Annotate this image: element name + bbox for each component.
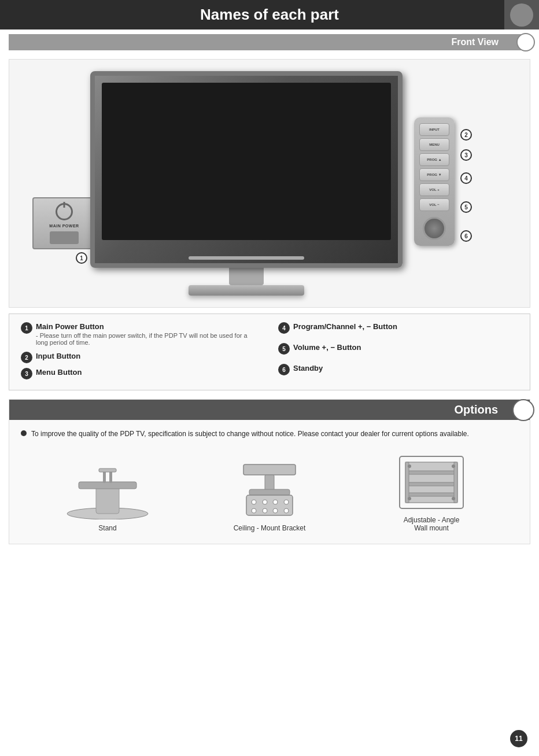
options-badge <box>512 399 534 421</box>
svg-point-12 <box>273 500 278 504</box>
tv-bottom-bar <box>189 256 304 260</box>
svg-point-10 <box>252 500 256 504</box>
num-circle-4: 4 <box>278 322 290 334</box>
info-box: 1 Main Power Button - Please turn off th… <box>9 314 530 390</box>
svg-point-16 <box>273 508 278 513</box>
info-text-1: Main Power Button - Please turn off the … <box>36 322 261 346</box>
ceiling-image <box>232 462 307 519</box>
options-images: Stand Ceili <box>9 448 530 532</box>
standby-button <box>423 217 446 240</box>
info-text-4: Program/Channel +, − Button <box>293 322 518 331</box>
tv-body-wrapper <box>90 71 403 296</box>
num-circle-3: 3 <box>21 368 32 379</box>
num-circle-6: 6 <box>278 364 290 375</box>
info-title-1: Main Power Button <box>36 322 261 331</box>
num-circle-2: 2 <box>21 352 32 363</box>
info-item-2: 2 Input Button <box>21 352 261 363</box>
options-section: Options To improve the quality of the PD… <box>9 399 530 544</box>
ceiling-label: Ceiling - Mount Bracket <box>234 524 306 532</box>
info-item-3: 3 Menu Button <box>21 368 261 379</box>
power-button-rect <box>50 231 79 244</box>
svg-point-25 <box>408 464 411 468</box>
power-box: MAIN POWER <box>32 197 96 249</box>
svg-rect-6 <box>243 464 296 475</box>
wall-label: Adjustable - AngleWall mount <box>404 516 460 532</box>
page-header: Names of each part <box>0 0 539 29</box>
vol-down-button: VOL − <box>419 198 449 211</box>
prog-down-button: PROG ▼ <box>419 168 449 181</box>
option-stand: Stand <box>50 467 165 532</box>
input-button: INPUT <box>419 123 449 136</box>
info-left-col: 1 Main Power Button - Please turn off th… <box>21 322 261 382</box>
power-label: MAIN POWER <box>49 224 79 228</box>
info-right-col: 4 Program/Channel +, − Button 5 Volume +… <box>278 322 518 382</box>
badge-3: 3 <box>460 149 472 161</box>
menu-button: MENU <box>419 138 449 151</box>
options-bar: Options <box>9 400 530 420</box>
wall-image <box>394 453 469 511</box>
badge-5: 5 <box>460 201 472 213</box>
tv-screen <box>102 83 391 240</box>
front-view-bar: Front View <box>9 34 530 50</box>
option-wall: Adjustable - AngleWall mount <box>374 453 489 532</box>
info-item-6: 6 Standby <box>278 364 518 375</box>
svg-point-15 <box>263 508 267 513</box>
num-circle-5: 5 <box>278 343 290 355</box>
options-note: To improve the quality of the PDP TV, sp… <box>9 429 530 448</box>
svg-point-26 <box>452 464 455 468</box>
info-item-5: 5 Volume +, − Button <box>278 343 518 355</box>
svg-rect-8 <box>249 489 290 495</box>
num-circle-1: 1 <box>21 322 32 334</box>
svg-rect-20 <box>408 471 455 474</box>
options-note-text: To improve the quality of the PDP TV, sp… <box>31 429 469 439</box>
svg-rect-21 <box>408 482 455 486</box>
side-panel: INPUT MENU PROG ▲ PROG ▼ VOL + VOL − <box>414 117 455 246</box>
svg-rect-5 <box>99 469 116 472</box>
svg-point-14 <box>252 508 256 513</box>
badge-4: 4 <box>460 172 472 184</box>
svg-rect-23 <box>405 462 409 503</box>
svg-point-11 <box>263 500 267 504</box>
info-title-4: Program/Channel +, − Button <box>293 322 518 331</box>
badge-2: 2 <box>460 129 472 141</box>
info-title-6: Standby <box>293 364 518 373</box>
info-item-1: 1 Main Power Button - Please turn off th… <box>21 322 261 346</box>
option-ceiling: Ceiling - Mount Bracket <box>212 462 327 532</box>
front-view-label: Front View <box>452 37 499 47</box>
tv-stand-neck <box>229 268 264 285</box>
info-item-4: 4 Program/Channel +, − Button <box>278 322 518 334</box>
info-title-5: Volume +, − Button <box>293 343 518 352</box>
info-text-3: Menu Button <box>36 368 261 377</box>
stand-image <box>61 467 154 519</box>
info-text-2: Input Button <box>36 352 261 360</box>
tv-illustration-area: MAIN POWER 1 INPUT MENU PROG ▲ PROG ▼ VO… <box>9 59 530 308</box>
svg-point-27 <box>408 497 411 500</box>
badge-1: 1 <box>76 252 87 264</box>
svg-point-13 <box>284 500 289 504</box>
power-icon <box>56 203 73 220</box>
svg-point-28 <box>452 497 455 500</box>
svg-rect-22 <box>408 493 455 496</box>
tv-body <box>90 71 403 268</box>
info-title-3: Menu Button <box>36 368 261 377</box>
options-label: Options <box>454 403 498 416</box>
front-view-badge <box>516 33 535 51</box>
info-title-2: Input Button <box>36 352 261 360</box>
page-title: Names of each part <box>200 6 339 23</box>
svg-rect-2 <box>79 482 136 489</box>
info-text-6: Standby <box>293 364 518 373</box>
info-text-5: Volume +, − Button <box>293 343 518 352</box>
badge-6: 6 <box>460 230 472 242</box>
stand-label: Stand <box>98 524 116 532</box>
svg-rect-24 <box>454 462 457 503</box>
vol-up-button: VOL + <box>419 183 449 196</box>
header-badge <box>510 3 533 27</box>
page-number: 11 <box>510 730 527 747</box>
tv-stand-base <box>189 285 304 296</box>
svg-point-17 <box>284 508 289 513</box>
bullet-dot <box>21 430 27 436</box>
info-desc-1: - Please turn off the main power switch,… <box>36 332 261 346</box>
prog-up-button: PROG ▲ <box>419 153 449 166</box>
